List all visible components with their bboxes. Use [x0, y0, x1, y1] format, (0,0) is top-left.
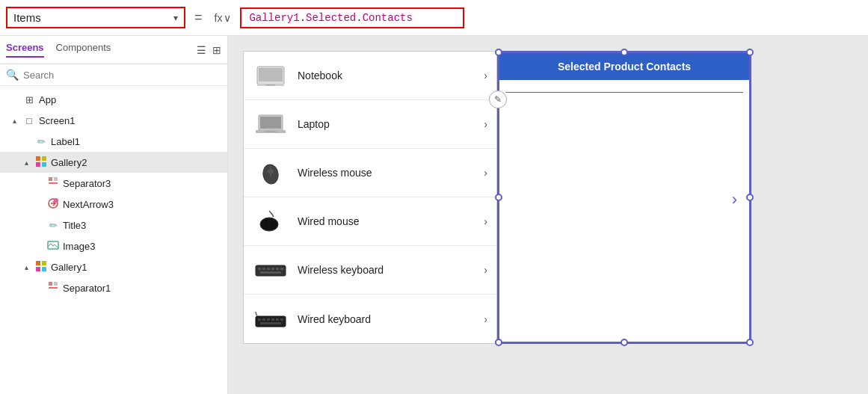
fx-button[interactable]: fx ∨ [212, 12, 235, 24]
svg-rect-18 [259, 68, 283, 81]
toolbar: Items ▾ = fx ∨ Gallery1.Selected.Contact… [0, 0, 868, 36]
tree-label-separator1: Separator1 [63, 283, 111, 294]
tree-label-separator3: Separator3 [63, 178, 111, 189]
contacts-header: Selected Product Contacts [499, 53, 749, 80]
separator3-icon [46, 176, 60, 191]
svg-rect-20 [266, 84, 275, 86]
notebook-arrow-icon: › [484, 70, 487, 81]
tree-item-label1[interactable]: ✏ Label1 [0, 131, 227, 152]
svg-rect-0 [36, 156, 40, 161]
svg-rect-6 [49, 182, 58, 184]
svg-point-8 [54, 198, 58, 203]
wired-keyboard-label: Wired keyboard [298, 313, 475, 325]
gallery-item-wireless-keyboard[interactable]: Wireless keyboard › [244, 246, 496, 295]
svg-rect-2 [36, 162, 40, 167]
svg-rect-13 [42, 267, 46, 271]
svg-rect-44 [280, 318, 283, 321]
svg-rect-37 [260, 271, 281, 274]
property-chevron-icon: ▾ [173, 13, 178, 23]
gallery2-icon [34, 156, 48, 170]
formula-text: Gallery1.Selected.Contacts [249, 12, 412, 24]
canvas: Notebook › Laptop › Wireless mouse [228, 36, 868, 394]
search-icon: 🔍 [6, 69, 19, 81]
tab-screens[interactable]: Screens [6, 42, 44, 58]
gallery-item-wired-keyboard[interactable]: Wired keyboard › [244, 295, 496, 343]
svg-rect-38 [256, 316, 286, 327]
tree-item-nextarrow3[interactable]: NextArrow3 [0, 194, 227, 215]
laptop-arrow-icon: › [484, 118, 487, 130]
svg-rect-3 [42, 162, 46, 167]
svg-rect-45 [260, 322, 281, 324]
image3-icon [46, 239, 60, 253]
gallery-item-wireless-mouse[interactable]: Wireless mouse › [244, 149, 496, 197]
tree: ⊞ App ▴ □ Screen1 ✏ Label1 ▴ [0, 86, 227, 394]
tree-item-app[interactable]: ⊞ App [0, 89, 227, 110]
wired-keyboard-image [253, 306, 289, 333]
property-selector[interactable]: Items ▾ [6, 7, 185, 28]
tree-label-image3: Image3 [63, 241, 95, 252]
contacts-next-arrow-icon[interactable]: › [732, 190, 737, 209]
svg-rect-32 [262, 268, 265, 270]
tree-label-nextarrow3: NextArrow3 [63, 199, 114, 210]
left-panel: Screens Components ☰ ⊞ 🔍 ⊞ App [0, 36, 228, 394]
main-layout: Screens Components ☰ ⊞ 🔍 ⊞ App [0, 36, 868, 394]
svg-rect-36 [280, 268, 283, 270]
tree-label-gallery1: Gallery1 [51, 262, 87, 273]
handle-bottom-right[interactable] [746, 339, 754, 346]
tree-label-gallery2: Gallery2 [51, 157, 87, 168]
svg-rect-42 [271, 318, 274, 321]
edit-overlay-icon[interactable]: ✎ [489, 90, 507, 108]
contacts-body: › [499, 80, 749, 319]
contacts-divider [505, 92, 743, 93]
search-input[interactable] [23, 70, 221, 81]
tab-icons: ☰ ⊞ [197, 44, 221, 56]
app-icon: ⊞ [22, 94, 36, 105]
handle-bottom-left[interactable] [495, 339, 502, 346]
tree-arrow-screen1: ▴ [9, 117, 19, 125]
contacts-panel: ✎ Selected Product Contacts › [497, 51, 751, 344]
tree-item-gallery1[interactable]: ▴ Gallery1 [0, 256, 227, 277]
svg-rect-34 [271, 268, 274, 270]
gallery1-icon [34, 260, 48, 274]
svg-rect-35 [276, 268, 279, 270]
svg-rect-1 [42, 156, 46, 161]
tree-item-title3[interactable]: ✏ Title3 [0, 215, 227, 236]
tab-components[interactable]: Components [56, 42, 111, 58]
laptop-label: Laptop [298, 118, 475, 130]
svg-rect-24 [265, 131, 277, 132]
handle-top-center[interactable] [621, 49, 628, 56]
svg-rect-12 [36, 267, 40, 271]
fx-label: fx [215, 12, 223, 24]
wireless-keyboard-image [253, 256, 289, 283]
handle-bottom-center[interactable] [621, 339, 628, 346]
tree-item-separator1[interactable]: Separator1 [0, 277, 227, 298]
tree-item-gallery2[interactable]: ▴ Gallery2 [0, 152, 227, 173]
grid-view-icon[interactable]: ⊞ [212, 44, 221, 56]
list-view-icon[interactable]: ☰ [197, 44, 206, 56]
svg-rect-4 [49, 177, 52, 181]
gallery-item-notebook[interactable]: Notebook › [244, 52, 496, 100]
notebook-image [253, 62, 289, 89]
gallery-item-wired-mouse[interactable]: Wired mouse › [244, 197, 496, 246]
tree-item-image3[interactable]: Image3 [0, 236, 227, 256]
nextarrow3-icon [46, 197, 60, 212]
svg-point-27 [268, 169, 274, 173]
formula-bar[interactable]: Gallery1.Selected.Contacts [240, 7, 464, 28]
tree-item-screen1[interactable]: ▴ □ Screen1 [0, 110, 227, 131]
handle-top-left[interactable] [495, 49, 502, 56]
separator1-icon [46, 281, 60, 295]
svg-rect-41 [267, 318, 270, 321]
svg-rect-43 [276, 318, 279, 321]
screen-icon: □ [22, 115, 36, 126]
handle-top-right[interactable] [746, 49, 754, 56]
tree-item-separator3[interactable]: Separator3 [0, 173, 227, 194]
svg-rect-33 [267, 268, 270, 270]
wired-keyboard-arrow-icon: › [484, 313, 487, 325]
wireless-mouse-image [253, 159, 289, 186]
notebook-label: Notebook [298, 70, 475, 81]
gallery-item-laptop[interactable]: Laptop › [244, 100, 496, 149]
svg-rect-15 [54, 282, 58, 286]
svg-rect-30 [256, 265, 286, 276]
tree-label-title3: Title3 [63, 220, 86, 231]
gallery-container: Notebook › Laptop › Wireless mouse [243, 51, 751, 344]
